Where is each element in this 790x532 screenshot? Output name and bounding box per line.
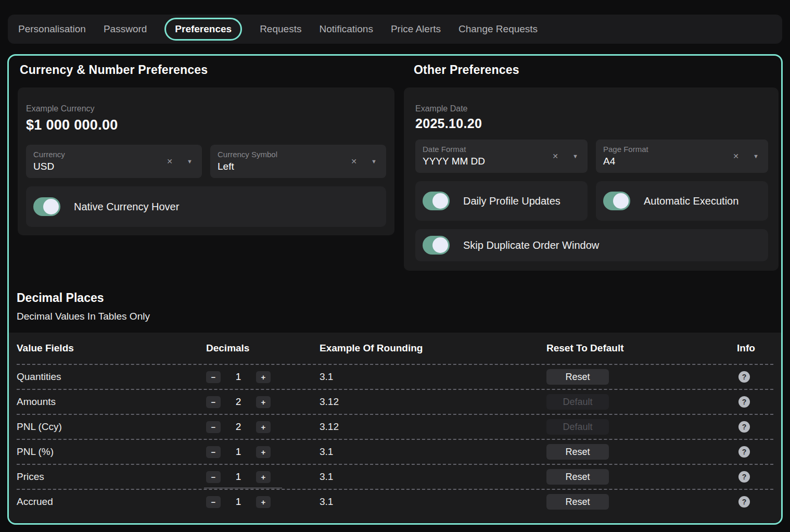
row-field-label: Quantities <box>17 371 206 383</box>
table-row: Prices − 1 + 3.1 Reset ? <box>17 464 773 489</box>
decimal-places-table: Value Fields Decimals Example Of Roundin… <box>9 333 781 523</box>
toggle-knob <box>432 237 448 253</box>
daily-profile-updates-label: Daily Profile Updates <box>463 195 560 207</box>
row-field-label: Accrued <box>17 496 206 508</box>
decimals-stepper: − 1 + <box>206 471 271 483</box>
reset-button[interactable]: Reset <box>546 494 609 510</box>
tab[interactable]: Preferences <box>164 18 242 41</box>
native-currency-hover-toggle[interactable] <box>33 197 60 216</box>
rounding-example-value: 3.1 <box>320 446 546 458</box>
native-currency-hover-row: Native Currency Hover <box>26 186 386 227</box>
row-field-label: Prices <box>17 471 206 483</box>
reset-button[interactable]: Default <box>546 419 609 435</box>
table-row: Amounts − 2 + 3.12 Default ? <box>17 389 773 414</box>
preferences-top-area: Currency & Number Preferences Example Cu… <box>9 56 781 271</box>
clear-icon[interactable]: ✕ <box>733 152 739 160</box>
table-row: Accrued − 1 + 3.1 Reset ? <box>17 489 773 514</box>
native-currency-hover-label: Native Currency Hover <box>74 201 179 213</box>
preferences-panel: Currency & Number Preferences Example Cu… <box>7 54 783 525</box>
decimals-stepper: − 1 + <box>206 371 271 383</box>
other-preferences-section: Other Preferences Example Date 2025.10.2… <box>402 56 781 271</box>
other-section-title: Other Preferences <box>414 63 781 77</box>
skip-duplicate-order-toggle[interactable] <box>423 236 450 255</box>
table-header-row: Value Fields Decimals Example Of Roundin… <box>17 333 773 364</box>
automatic-execution-toggle[interactable] <box>603 192 630 210</box>
col-header-value-fields: Value Fields <box>17 343 206 354</box>
rounding-example-value: 3.1 <box>320 371 546 383</box>
decrement-button[interactable]: − <box>206 421 221 433</box>
decrement-button[interactable]: − <box>206 446 221 458</box>
decimals-value: 1 <box>221 371 256 383</box>
info-icon[interactable]: ? <box>738 421 750 433</box>
tab[interactable]: Price Alerts <box>391 19 441 39</box>
clear-icon[interactable]: ✕ <box>167 157 173 166</box>
skip-duplicate-order-label: Skip Duplicate Order Window <box>463 239 599 251</box>
tab[interactable]: Password <box>104 19 147 39</box>
info-icon[interactable]: ? <box>738 396 750 408</box>
decimals-stepper: − 2 + <box>206 396 271 408</box>
increment-button[interactable]: + <box>256 421 271 433</box>
toggle-knob <box>432 193 448 209</box>
reset-button[interactable]: Default <box>546 394 609 410</box>
decrement-button[interactable]: − <box>206 496 221 508</box>
table-row: PNL (Ccy) − 2 + 3.12 Default ? <box>17 414 773 439</box>
row-field-label: PNL (%) <box>17 446 206 458</box>
increment-button[interactable]: + <box>256 471 271 483</box>
info-icon[interactable]: ? <box>738 471 750 483</box>
increment-button[interactable]: + <box>256 371 271 383</box>
currency-section-title: Currency & Number Preferences <box>20 63 402 77</box>
row-field-label: PNL (Ccy) <box>17 421 206 433</box>
other-card: Example Date 2025.10.20 Date Format YYYY… <box>404 87 779 271</box>
increment-button[interactable]: + <box>256 496 271 508</box>
col-header-info: Info <box>737 343 773 354</box>
tab[interactable]: Notifications <box>319 19 373 39</box>
info-icon[interactable]: ? <box>738 371 750 383</box>
table-body: Quantities − 1 + 3.1 Reset ? Amounts − 2 <box>17 364 773 514</box>
increment-button[interactable]: + <box>256 446 271 458</box>
rounding-example-value: 3.1 <box>320 471 546 483</box>
currency-symbol-select[interactable]: Currency Symbol Left ✕ ▼ <box>210 145 386 178</box>
decrement-button[interactable]: − <box>206 471 221 483</box>
reset-button[interactable]: Reset <box>546 469 609 485</box>
decimals-value: 2 <box>221 396 256 408</box>
clear-icon[interactable]: ✕ <box>351 157 357 166</box>
settings-tab-bar: Personalisation Password Preferences Req… <box>8 15 782 44</box>
rounding-example-value: 3.12 <box>320 396 546 408</box>
currency-card: Example Currency $1 000 000.00 Currency … <box>18 87 394 235</box>
decrement-button[interactable]: − <box>206 371 221 383</box>
decimals-stepper: − 1 + <box>206 446 271 458</box>
tab[interactable]: Change Requests <box>458 19 538 39</box>
chevron-down-icon[interactable]: ▼ <box>187 158 193 164</box>
clear-icon[interactable]: ✕ <box>552 152 558 160</box>
table-row: Quantities − 1 + 3.1 Reset ? <box>17 364 773 389</box>
chevron-down-icon[interactable]: ▼ <box>572 153 578 159</box>
example-date-label: Example Date <box>415 104 768 113</box>
decimals-value: 1 <box>221 471 256 483</box>
increment-button[interactable]: + <box>256 396 271 408</box>
decimals-value: 2 <box>221 421 256 433</box>
decimals-stepper: − 1 + <box>206 496 271 508</box>
format-field-row: Date Format YYYY MM DD ✕ ▼ Page Format A… <box>415 140 768 173</box>
info-icon[interactable]: ? <box>738 446 750 458</box>
date-format-select[interactable]: Date Format YYYY MM DD ✕ ▼ <box>415 140 588 173</box>
chevron-down-icon[interactable]: ▼ <box>371 158 377 164</box>
reset-button[interactable]: Reset <box>546 444 609 460</box>
decrement-button[interactable]: − <box>206 396 221 408</box>
row-field-label: Amounts <box>17 396 206 408</box>
rounding-example-value: 3.1 <box>320 496 546 508</box>
chevron-down-icon[interactable]: ▼ <box>753 153 759 159</box>
example-date-value: 2025.10.20 <box>415 116 768 131</box>
daily-profile-updates-row: Daily Profile Updates <box>415 181 588 221</box>
tab[interactable]: Personalisation <box>18 19 86 39</box>
col-header-example: Example Of Rounding <box>320 343 546 354</box>
daily-profile-updates-toggle[interactable] <box>423 192 450 210</box>
page-format-select[interactable]: Page Format A4 ✕ ▼ <box>596 140 768 173</box>
decimal-places-title: Decimal Places <box>17 291 781 305</box>
tab[interactable]: Requests <box>260 19 301 39</box>
currency-select[interactable]: Currency USD ✕ ▼ <box>26 145 202 178</box>
automatic-execution-row: Automatic Execution <box>596 181 768 221</box>
automatic-execution-label: Automatic Execution <box>644 195 738 207</box>
decimals-value: 1 <box>221 496 256 508</box>
reset-button[interactable]: Reset <box>546 369 609 385</box>
info-icon[interactable]: ? <box>738 496 750 508</box>
